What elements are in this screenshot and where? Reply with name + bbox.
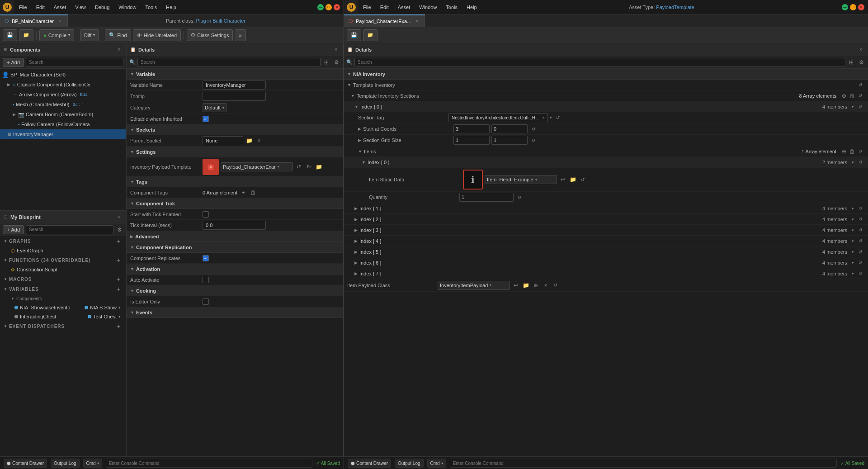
payload-template-dropdown[interactable]: Payload_CharacterExar ▾ <box>221 162 293 171</box>
component-tick-section-header[interactable]: ▼ Component Tick <box>127 198 343 209</box>
component-replication-section-header[interactable]: ▼ Component Replication <box>127 242 343 253</box>
sections-add-btn[interactable]: ⊕ <box>840 92 848 100</box>
quantity-reset-btn[interactable]: ↺ <box>515 193 524 201</box>
index-1-expand-icon[interactable]: ▾ <box>849 205 856 212</box>
tree-item-mesh[interactable]: ▪ Mesh (CharacterMesh0) Edit ir <box>0 99 126 109</box>
index-7-expand-icon[interactable]: ▾ <box>849 270 856 277</box>
macros-add-btn[interactable]: + <box>114 275 123 283</box>
menu-help-right[interactable]: Help <box>462 0 481 14</box>
components-var-item[interactable]: ▼ Components <box>0 294 126 303</box>
variable-name-input[interactable] <box>203 81 266 90</box>
parent-socket-folder-btn[interactable]: 📁 <box>245 137 253 145</box>
advanced-section-header[interactable]: ▶ Advanced <box>127 231 343 242</box>
section-tag-reset-btn[interactable]: ↺ <box>554 114 562 122</box>
index-1-reset-btn[interactable]: ↺ <box>856 204 864 213</box>
diff-btn[interactable]: Diff ▾ <box>80 29 99 41</box>
index-3-header[interactable]: ▶ Index [ 3 ] 4 members ▾ ↺ <box>344 225 868 236</box>
item-static-data-dropdown[interactable]: Item_Head_Example ▾ <box>485 175 557 184</box>
minimize-btn-left[interactable]: — <box>317 4 324 10</box>
cooking-section-header[interactable]: ▼ Cooking <box>127 285 343 296</box>
index-6-header[interactable]: ▶ Index [ 6 ] 4 members ▾ ↺ <box>344 257 868 268</box>
index-6-expand-icon[interactable]: ▾ <box>849 259 856 266</box>
tree-item-follow-camera[interactable]: ▪ Follow Camera (FollowCamera <box>0 119 126 129</box>
components-add-btn[interactable]: + Add <box>3 58 24 67</box>
output-log-btn-right[interactable]: Output Log <box>395 459 423 468</box>
macros-section-toggle[interactable]: ▼ MACROS + <box>0 274 126 284</box>
save-btn[interactable]: 💾 <box>3 29 17 41</box>
cmd-btn-left[interactable]: Cmd ▾ <box>83 459 102 468</box>
menu-file-left[interactable]: File <box>14 0 32 14</box>
component-replicates-checkbox[interactable] <box>203 255 209 261</box>
tree-item-capsule[interactable]: ▶ ○ Capsule Component (CollisionCy <box>0 80 126 90</box>
event-dispatchers-toggle[interactable]: ▼ EVENT DISPATCHERS + <box>0 321 126 331</box>
interacting-chest-var-item[interactable]: InteractingChest Test Chest ▾ <box>0 312 126 321</box>
my-blueprint-close-btn[interactable]: × <box>115 213 123 221</box>
output-log-btn-left[interactable]: Output Log <box>51 459 79 468</box>
section-grid-arrow[interactable]: ▶ <box>358 138 361 142</box>
details-search-left[interactable] <box>137 58 321 67</box>
nia-showcase-var-item[interactable]: NIA_ShowcaseInventc NIA S Show ▾ <box>0 303 126 312</box>
start-coords-y-input[interactable] <box>491 124 528 133</box>
item-payload-add-btn[interactable]: ⊕ <box>532 281 540 289</box>
tick-interval-input[interactable] <box>203 221 266 230</box>
construction-script-item[interactable]: ⚙ ConstructionScript <box>0 265 126 274</box>
events-section-header[interactable]: ▼ Events <box>127 307 343 318</box>
settings-section-header[interactable]: ▼ Settings <box>127 147 343 157</box>
index-1-header[interactable]: ▶ Index [ 1 ] 4 members ▾ ↺ <box>344 203 868 214</box>
item-payload-clear-btn[interactable]: × <box>542 281 550 289</box>
event-graph-item[interactable]: ⬡ EventGraph <box>0 246 126 255</box>
maximize-btn-left[interactable]: □ <box>326 4 332 10</box>
index-3-expand-icon[interactable]: ▾ <box>849 227 856 234</box>
section-grid-x-input[interactable] <box>453 136 490 145</box>
activation-section-header[interactable]: ▼ Activation <box>127 264 343 275</box>
menu-edit-left[interactable]: Edit <box>32 0 49 14</box>
auto-activate-checkbox[interactable] <box>203 277 209 283</box>
tab-close-payload[interactable]: × <box>414 18 420 24</box>
item-payload-reset-btn[interactable]: ↺ <box>552 281 560 289</box>
items-delete-btn[interactable]: 🗑 <box>848 147 856 156</box>
components-search-input[interactable] <box>26 58 123 67</box>
start-coords-arrow[interactable]: ▶ <box>358 127 361 131</box>
index-4-header[interactable]: ▶ Index [ 4 ] 4 members ▾ ↺ <box>344 236 868 246</box>
index-5-expand-icon[interactable]: ▾ <box>849 248 856 256</box>
component-tags-add-btn[interactable]: + <box>239 189 247 197</box>
item-payload-folder-btn[interactable]: 📁 <box>522 281 530 289</box>
parent-socket-input[interactable] <box>203 136 243 145</box>
sections-delete-btn[interactable]: 🗑 <box>848 92 856 100</box>
menu-tools-left[interactable]: Tools <box>141 0 161 14</box>
items-add-btn[interactable]: ⊕ <box>840 147 848 156</box>
menu-asset-right[interactable]: Asset <box>393 0 415 14</box>
class-settings-btn[interactable]: ⚙ Class Settings <box>187 29 233 41</box>
payload-browse-btn[interactable]: 📁 <box>315 163 323 171</box>
maximize-btn-right[interactable]: □ <box>850 4 856 10</box>
tags-section-header[interactable]: ▼ Tags <box>127 176 343 187</box>
browse-btn[interactable]: 📁 <box>19 29 33 41</box>
component-tags-delete-btn[interactable]: 🗑 <box>249 189 257 197</box>
quantity-input[interactable] <box>459 193 514 202</box>
details-close-right[interactable]: × <box>857 46 864 53</box>
save-btn-right[interactable]: 💾 <box>347 29 361 41</box>
section-grid-y-input[interactable] <box>491 136 528 145</box>
index-0-header[interactable]: ▼ Index [ 0 ] 4 members ▾ ↺ <box>344 101 868 112</box>
index-2-reset-btn[interactable]: ↺ <box>856 215 864 223</box>
item-payload-browse-btn[interactable]: ↩ <box>512 281 520 289</box>
index-5-header[interactable]: ▶ Index [ 5 ] 4 members ▾ ↺ <box>344 246 868 257</box>
items-array-arrow[interactable]: ▼ <box>358 149 362 154</box>
find-btn[interactable]: 🔍 Find <box>105 29 131 41</box>
items-reset-btn[interactable]: ↺ <box>856 147 864 156</box>
tooltip-input[interactable] <box>203 92 266 101</box>
menu-window-right[interactable]: Window <box>415 0 441 14</box>
index-6-reset-btn[interactable]: ↺ <box>856 259 864 267</box>
start-coords-x-input[interactable] <box>453 124 490 133</box>
nia-inventory-header[interactable]: ▼ NIA Inventory <box>344 69 868 80</box>
sections-reset-btn[interactable]: ↺ <box>856 92 864 100</box>
menu-window-left[interactable]: Window <box>114 0 141 14</box>
minimize-btn-right[interactable]: — <box>842 4 848 10</box>
menu-debug-left[interactable]: Debug <box>90 0 114 14</box>
payload-refresh-btn[interactable]: ↻ <box>305 163 313 171</box>
components-close-btn[interactable]: × <box>115 46 123 53</box>
tree-item-inventory-manager[interactable]: ⚙ InventoryManager <box>0 129 126 139</box>
index-2-expand-icon[interactable]: ▾ <box>849 216 856 223</box>
settings-btn-left[interactable]: ⚙ <box>332 58 340 66</box>
functions-section-toggle[interactable]: ▼ FUNCTIONS (34 OVERRIDABLE) + <box>0 255 126 265</box>
